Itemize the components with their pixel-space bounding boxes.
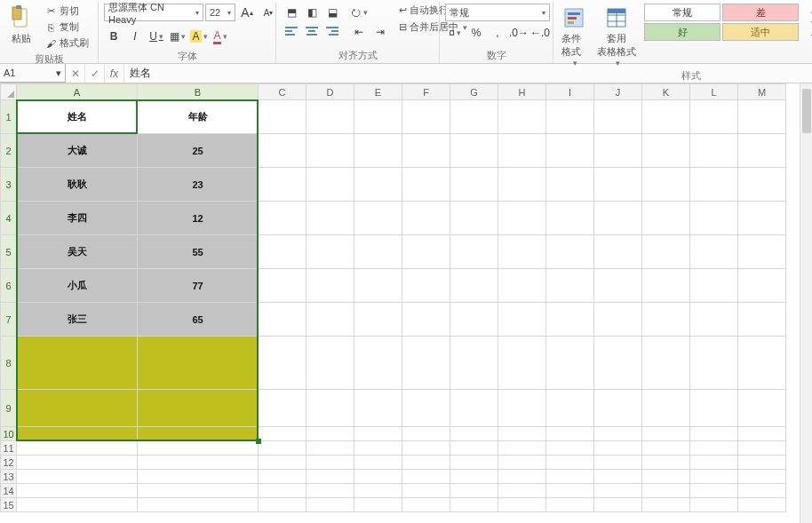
cut-button[interactable]: ✂ 剪切 bbox=[41, 4, 92, 19]
row-header[interactable]: 13 bbox=[1, 470, 17, 484]
row-header[interactable]: 1 bbox=[1, 100, 17, 134]
cell[interactable] bbox=[738, 337, 786, 390]
cell[interactable] bbox=[306, 441, 354, 456]
cell[interactable] bbox=[690, 269, 738, 303]
column-header[interactable]: K bbox=[642, 84, 690, 100]
cell[interactable] bbox=[546, 202, 594, 235]
cell[interactable] bbox=[690, 498, 738, 512]
column-header[interactable]: H bbox=[498, 84, 546, 100]
cell[interactable] bbox=[354, 202, 402, 235]
cell[interactable] bbox=[498, 269, 546, 303]
cell[interactable] bbox=[690, 134, 738, 168]
cell[interactable] bbox=[138, 484, 259, 498]
conditional-format-button[interactable]: 条件格式▾ bbox=[559, 4, 589, 67]
cell[interactable] bbox=[259, 100, 306, 134]
decrease-decimal-button[interactable]: ←.0 bbox=[530, 24, 550, 42]
row-header[interactable]: 12 bbox=[1, 456, 17, 470]
cell[interactable] bbox=[498, 456, 546, 470]
cell[interactable] bbox=[594, 441, 642, 456]
cell[interactable] bbox=[690, 303, 738, 337]
column-header[interactable]: B bbox=[138, 84, 259, 100]
cell[interactable] bbox=[594, 202, 642, 235]
cell[interactable] bbox=[690, 390, 738, 427]
cell[interactable] bbox=[546, 235, 594, 269]
increase-decimal-button[interactable]: .0→ bbox=[509, 24, 529, 42]
cell[interactable] bbox=[594, 470, 642, 484]
row-header[interactable]: 5 bbox=[1, 235, 17, 269]
cell[interactable] bbox=[594, 168, 642, 202]
grow-font-button[interactable]: A▴ bbox=[237, 4, 257, 21]
cell[interactable] bbox=[642, 168, 690, 202]
cell[interactable] bbox=[402, 100, 450, 134]
cell[interactable] bbox=[354, 427, 402, 441]
cell[interactable] bbox=[354, 100, 402, 134]
cell[interactable] bbox=[138, 427, 259, 441]
cell[interactable] bbox=[738, 456, 786, 470]
column-header[interactable]: A bbox=[17, 84, 138, 100]
cell[interactable]: 23 bbox=[138, 168, 259, 202]
cell[interactable] bbox=[259, 498, 306, 512]
cell[interactable] bbox=[17, 470, 138, 484]
cell[interactable] bbox=[450, 337, 498, 390]
formula-input[interactable]: 姓名 bbox=[124, 66, 812, 81]
cell[interactable] bbox=[306, 100, 354, 134]
cell[interactable] bbox=[498, 168, 546, 202]
cell[interactable] bbox=[594, 484, 642, 498]
cell[interactable] bbox=[354, 390, 402, 427]
row-header[interactable]: 14 bbox=[1, 484, 17, 498]
cell[interactable] bbox=[594, 235, 642, 269]
cell[interactable] bbox=[259, 337, 306, 390]
cell[interactable] bbox=[259, 427, 306, 441]
cell[interactable] bbox=[546, 100, 594, 134]
comma-button[interactable]: , bbox=[488, 24, 507, 42]
cell[interactable] bbox=[306, 470, 354, 484]
cell[interactable] bbox=[642, 337, 690, 390]
cell[interactable] bbox=[642, 202, 690, 235]
format-painter-button[interactable]: 🖌 格式刷 bbox=[41, 36, 92, 51]
cell[interactable] bbox=[738, 269, 786, 303]
cell[interactable] bbox=[259, 168, 306, 202]
cell[interactable] bbox=[690, 100, 738, 134]
cell[interactable] bbox=[402, 303, 450, 337]
format-as-table-button[interactable]: 套用 表格格式▾ bbox=[594, 4, 639, 67]
cell[interactable] bbox=[690, 484, 738, 498]
row-header[interactable]: 4 bbox=[1, 202, 17, 235]
cell[interactable] bbox=[259, 202, 306, 235]
cell[interactable] bbox=[450, 235, 498, 269]
align-center-button[interactable] bbox=[302, 22, 322, 40]
row-header[interactable]: 9 bbox=[1, 390, 17, 427]
font-size-combo[interactable]: 22 ▾ bbox=[205, 4, 235, 21]
cell[interactable] bbox=[259, 269, 306, 303]
cell[interactable] bbox=[642, 134, 690, 168]
cell[interactable] bbox=[450, 168, 498, 202]
cell[interactable] bbox=[642, 390, 690, 427]
cell[interactable] bbox=[450, 484, 498, 498]
cell[interactable] bbox=[642, 441, 690, 456]
align-left-button[interactable] bbox=[282, 22, 301, 40]
orientation-button[interactable]: ⭮▾ bbox=[349, 4, 369, 21]
cell[interactable] bbox=[138, 470, 259, 484]
cell[interactable]: 12 bbox=[138, 202, 259, 235]
align-middle-button[interactable]: ◧ bbox=[302, 4, 322, 21]
align-bottom-button[interactable]: ⬓ bbox=[322, 4, 342, 21]
cell[interactable] bbox=[306, 456, 354, 470]
row-header[interactable]: 7 bbox=[1, 303, 17, 337]
column-header[interactable]: G bbox=[450, 84, 498, 100]
cell[interactable] bbox=[17, 427, 138, 441]
cell[interactable] bbox=[690, 470, 738, 484]
cell[interactable] bbox=[594, 427, 642, 441]
cell[interactable] bbox=[354, 441, 402, 456]
cell[interactable] bbox=[450, 303, 498, 337]
row-header[interactable]: 15 bbox=[1, 498, 17, 512]
cell[interactable] bbox=[690, 456, 738, 470]
cell[interactable] bbox=[17, 498, 138, 512]
cell[interactable] bbox=[450, 427, 498, 441]
bold-button[interactable]: B bbox=[104, 28, 123, 45]
cell[interactable] bbox=[738, 470, 786, 484]
cell[interactable] bbox=[498, 100, 546, 134]
cell[interactable] bbox=[138, 337, 259, 390]
copy-button[interactable]: ⎘ 复制 bbox=[41, 20, 92, 35]
cell[interactable] bbox=[546, 456, 594, 470]
cell[interactable] bbox=[738, 100, 786, 134]
cell[interactable] bbox=[450, 498, 498, 512]
